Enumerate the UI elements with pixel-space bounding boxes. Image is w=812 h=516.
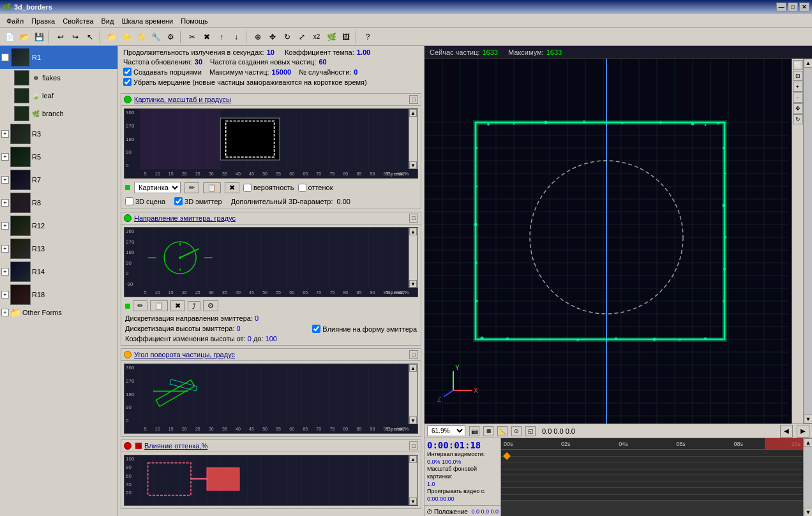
vs-zoom-out-btn[interactable]: -: [793, 92, 803, 103]
delete-button[interactable]: ✖: [200, 30, 214, 44]
vs-rotate-btn[interactable]: ↻: [793, 114, 803, 124]
dir-scroll-down[interactable]: ▼: [409, 280, 417, 288]
close-button[interactable]: ✕: [799, 3, 809, 11]
timeline-tracks[interactable]: 00s 02s 04s 06s 08s 10s: [501, 438, 803, 516]
random-value[interactable]: 0: [354, 68, 357, 76]
tree-item-R14[interactable]: + R14: [0, 260, 117, 283]
delete-curve-btn[interactable]: ✖: [225, 182, 239, 193]
tint-scroll-down[interactable]: ▼: [409, 498, 417, 505]
menu-properties[interactable]: Свойства: [59, 16, 97, 26]
vscroll-track[interactable]: [804, 68, 812, 415]
x2-btn[interactable]: x2: [310, 30, 324, 44]
tint-scrollbar[interactable]: ▲ ▼: [409, 455, 417, 505]
section-rotation-toggle[interactable]: [124, 351, 132, 358]
tree-item-R13[interactable]: + R13: [0, 237, 117, 260]
tree-expand-R13[interactable]: +: [1, 245, 9, 253]
timeline-left-btn[interactable]: ◀: [780, 425, 793, 438]
probability-input[interactable]: [243, 184, 252, 192]
tree-expand-R14[interactable]: +: [1, 268, 9, 276]
section-picture-collapse[interactable]: □: [409, 95, 418, 104]
menu-timeline[interactable]: Шкала времени: [117, 16, 177, 26]
rotation-scrollbar[interactable]: ▲ ▼: [409, 364, 417, 424]
update-freq-value[interactable]: 30: [195, 58, 202, 66]
section-picture-toggle[interactable]: [124, 96, 132, 103]
vs-pan-btn[interactable]: ✥: [793, 103, 803, 114]
influence-input[interactable]: [312, 325, 320, 333]
minimize-button[interactable]: —: [776, 3, 786, 11]
tree-expand-R1[interactable]: -: [1, 54, 9, 61]
timeline-vscroll[interactable]: ▲ ▼: [803, 438, 812, 516]
menu-file[interactable]: Файл: [3, 16, 27, 26]
folder-btn[interactable]: 📁: [105, 30, 119, 44]
3d-scene-checkbox[interactable]: 3D сцена: [125, 197, 165, 205]
redo-button[interactable]: ↪: [68, 30, 82, 44]
transform-btn[interactable]: ⊕: [251, 30, 265, 44]
tree-expand-R18[interactable]: +: [1, 291, 9, 299]
section-tint-toggle[interactable]: [124, 442, 132, 450]
tree-item-R18[interactable]: + R18: [0, 283, 117, 306]
dir-curve-btn[interactable]: ⤴: [188, 301, 200, 311]
tree-item-R3[interactable]: + R3: [0, 122, 117, 145]
section-rotation-title[interactable]: Угол поворота частицы, градус: [134, 351, 235, 358]
tree-expand-other[interactable]: +: [1, 309, 9, 316]
duration-value[interactable]: 10: [267, 48, 274, 56]
paste-btn[interactable]: 📋: [203, 182, 221, 193]
dir-delete-btn[interactable]: ✖: [170, 300, 185, 311]
tree-expand-R3[interactable]: +: [1, 130, 9, 138]
cursor-button[interactable]: ↖: [83, 30, 97, 44]
img-btn[interactable]: 🖼: [339, 30, 353, 44]
timeline-scroll-down[interactable]: ▼: [804, 508, 812, 516]
scroll-up-btn[interactable]: ▲: [409, 109, 417, 117]
position-marker-1[interactable]: [503, 452, 510, 459]
vs-zoom-in-btn[interactable]: +: [793, 82, 803, 92]
create-portions-input[interactable]: [123, 68, 132, 76]
vscroll-up-btn[interactable]: ▲: [804, 59, 812, 68]
viewport-canvas[interactable]: [425, 59, 792, 424]
influence-checkbox[interactable]: Влияние на форму эмиттера: [312, 325, 417, 333]
direction-graph-scrollbar[interactable]: ▲ ▼: [409, 228, 417, 288]
maximize-button[interactable]: □: [788, 3, 798, 11]
vscroll-down-btn[interactable]: ▼: [804, 415, 812, 424]
vs-maximize-btn[interactable]: ⬜: [793, 60, 803, 70]
camera-btn2[interactable]: 🔳: [483, 426, 493, 436]
range-indicator[interactable]: [765, 438, 803, 450]
create-freq-value[interactable]: 60: [319, 58, 326, 66]
star-btn[interactable]: ⭐: [119, 30, 133, 44]
timeline-right-btn[interactable]: ▶: [797, 425, 809, 438]
disc-direction-value[interactable]: 0: [255, 314, 259, 322]
section-rotation-collapse[interactable]: □: [409, 350, 418, 359]
menu-help[interactable]: Помощь: [177, 16, 212, 26]
tint-checkbox[interactable]: оттенок: [298, 184, 333, 192]
no-flicker-checkbox[interactable]: Убрать мерцание (новые частицы заморажив…: [123, 78, 367, 86]
rot-scroll-up[interactable]: ▲: [409, 364, 417, 372]
vs-reset-btn[interactable]: ⊡: [793, 71, 803, 81]
zoom-select[interactable]: 61.9%: [427, 425, 465, 436]
tree-expand-R8[interactable]: +: [1, 199, 9, 207]
tempo-value[interactable]: 1.00: [357, 48, 370, 56]
cut-button[interactable]: ✂: [185, 30, 199, 44]
rotate-btn[interactable]: ↻: [280, 30, 294, 44]
new-button[interactable]: 📄: [3, 30, 17, 44]
undo-button[interactable]: ↩: [54, 30, 68, 44]
tree-item-R12[interactable]: + R12: [0, 214, 117, 237]
timeline-scroll-up[interactable]: ▲: [804, 438, 812, 447]
up-button[interactable]: ↑: [214, 30, 229, 44]
filter-btn[interactable]: ⚙: [163, 30, 177, 44]
scroll-down-btn[interactable]: ▼: [409, 161, 417, 169]
3d-emitter-input[interactable]: [174, 197, 183, 205]
tree-expand-R12[interactable]: +: [1, 222, 9, 230]
dir-settings-btn[interactable]: ⚙: [203, 300, 218, 311]
down-button[interactable]: ↓: [229, 30, 243, 44]
section-picture-title[interactable]: Картинка, масштаб и градусы: [134, 96, 231, 103]
tree-expand-R5[interactable]: +: [1, 153, 9, 161]
dir-paste-btn[interactable]: 📋: [150, 300, 168, 311]
picture-dropdown[interactable]: Картинка: [134, 182, 181, 193]
help-btn[interactable]: ?: [361, 30, 375, 44]
dir-edit-btn[interactable]: ✏: [133, 300, 147, 311]
tint-input[interactable]: [298, 184, 306, 192]
3d-scene-input[interactable]: [125, 197, 133, 205]
save-button[interactable]: 💾: [32, 30, 46, 44]
tree-item-branch[interactable]: 🌿 branch: [0, 105, 117, 122]
tint-scroll-up[interactable]: ▲: [409, 455, 417, 463]
tree-item-R8[interactable]: + R8: [0, 191, 117, 214]
